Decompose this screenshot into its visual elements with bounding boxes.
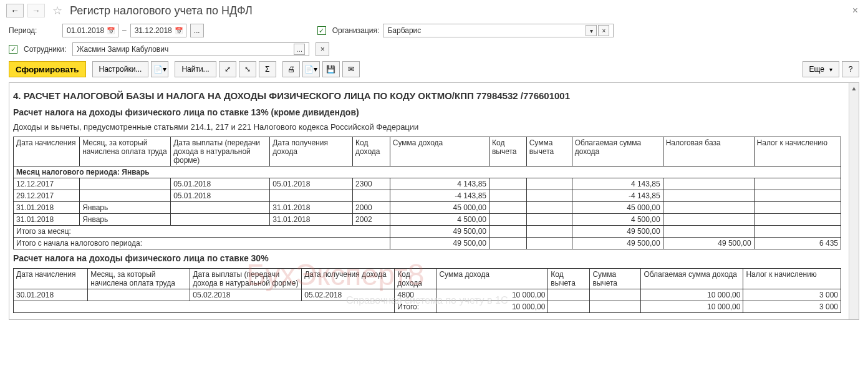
back-button[interactable]: ←: [6, 4, 24, 17]
cell: 4 143,85: [390, 178, 489, 190]
cell: 05.02.2018: [190, 289, 302, 301]
th-month: Месяц, за который начислена оплата труда: [80, 137, 171, 166]
date-to-input[interactable]: 31.12.2018 📅: [130, 24, 186, 37]
cell: 29.12.2017: [14, 190, 80, 202]
cell: [526, 190, 572, 202]
total-period-row: Итого с начала налогового периода: 49 50…: [14, 238, 841, 249]
table-row: 29.12.2017 05.01.2018 -4 143,85 -4 143,8…: [14, 190, 841, 202]
cell: [526, 202, 572, 214]
forward-button[interactable]: →: [27, 4, 45, 17]
cell: [526, 214, 572, 226]
cell: 10 000,00: [641, 289, 743, 301]
period-picker-button[interactable]: ...: [190, 24, 204, 37]
th-vcode: Код вычета: [548, 269, 590, 289]
settings-dropdown-button[interactable]: 📄▾: [151, 61, 168, 77]
cell: [489, 202, 526, 214]
employee-select-icon[interactable]: …: [294, 44, 305, 55]
cell: [663, 214, 754, 226]
table-row: 31.01.2018 Январь 31.01.2018 2002 4 500,…: [14, 214, 841, 226]
print-dropdown-button[interactable]: 📄▾: [302, 61, 320, 77]
cell: -4 143,85: [572, 190, 663, 202]
expand-button[interactable]: ⤢: [219, 61, 236, 77]
cell: [88, 289, 190, 301]
cell: 45 000,00: [572, 202, 663, 214]
org-dropdown-icon[interactable]: ▾: [586, 25, 597, 36]
th-month: Месяц, за который начислена оплата труда: [88, 269, 190, 289]
cell: 49 500,00: [572, 238, 663, 249]
cell: 2300: [353, 178, 390, 190]
date-to-value: 31.12.2018: [135, 26, 172, 35]
sum-button[interactable]: Σ: [259, 61, 276, 77]
th-code: Код дохода: [395, 269, 436, 289]
cell: [489, 226, 526, 238]
cell: [489, 178, 526, 190]
cell: [754, 178, 841, 190]
cell: 10 000,00: [641, 301, 743, 313]
th-vcode: Код вычета: [489, 137, 526, 166]
cell: [171, 202, 270, 214]
total-month-label: Итого за месяц:: [14, 226, 390, 238]
calendar-icon[interactable]: 📅: [107, 27, 115, 35]
cell: -4 143,85: [390, 190, 489, 202]
org-label: Организация:: [332, 26, 380, 35]
th-sum: Сумма дохода: [436, 269, 548, 289]
cell: [353, 190, 390, 202]
table-row: 30.01.2018 05.02.2018 05.02.2018 4800 10…: [14, 289, 841, 301]
cell: 05.01.2018: [270, 178, 353, 190]
table-30: Дата начисления Месяц, за который начисл…: [13, 268, 841, 313]
cell: 05.01.2018: [171, 190, 270, 202]
settings-button[interactable]: Настройки...: [92, 61, 149, 77]
org-input[interactable]: Барбарис ▾ ×: [383, 24, 614, 37]
calendar-icon[interactable]: 📅: [175, 27, 183, 35]
cell: 31.01.2018: [14, 214, 80, 226]
collapse-button[interactable]: ⤡: [239, 61, 256, 77]
cell: [663, 226, 754, 238]
cell: [80, 190, 171, 202]
date-from-input[interactable]: 01.01.2018 📅: [62, 24, 118, 37]
cell: [489, 214, 526, 226]
employee-clear-button[interactable]: ×: [316, 42, 329, 56]
th-due: Налог к начислению: [743, 269, 841, 289]
generate-button[interactable]: Сформировать: [9, 61, 86, 77]
cell: [754, 226, 841, 238]
th-base: Налоговая база: [663, 137, 754, 166]
cell: [526, 178, 572, 190]
find-button[interactable]: Найти...: [175, 61, 216, 77]
cell: Январь: [80, 202, 171, 214]
close-icon[interactable]: ×: [849, 5, 862, 16]
th-vsum: Сумма вычета: [526, 137, 572, 166]
org-checkbox[interactable]: ✓: [317, 26, 326, 35]
email-button[interactable]: ✉: [342, 61, 360, 77]
help-button[interactable]: ?: [842, 61, 859, 77]
cell: 2000: [353, 202, 390, 214]
cell: 10 000,00: [436, 289, 548, 301]
section-title: 4. РАСЧЕТ НАЛОГОВОЙ БАЗЫ И НАЛОГА НА ДОХ…: [13, 90, 841, 101]
cell: 10 000,00: [436, 301, 548, 313]
employee-input[interactable]: Жасмин Замир Кабулович …: [72, 42, 309, 56]
total30-row: Итого: 10 000,00 10 000,00 3 000: [14, 301, 841, 313]
cell: 4800: [395, 289, 436, 301]
print-button[interactable]: 🖨: [282, 61, 300, 77]
save-button[interactable]: 💾: [322, 61, 340, 77]
cell: [754, 202, 841, 214]
th-accrual: Дата начисления: [14, 137, 80, 166]
more-button[interactable]: Еще: [803, 61, 839, 77]
cell: 05.01.2018: [171, 178, 270, 190]
cell: 4 500,00: [572, 214, 663, 226]
scroll-up-icon[interactable]: ▲: [849, 83, 859, 93]
cell: 31.01.2018: [270, 214, 353, 226]
employee-value: Жасмин Замир Кабулович: [77, 45, 294, 54]
cell: [663, 190, 754, 202]
org-clear-icon[interactable]: ×: [598, 25, 609, 36]
favorite-star-icon[interactable]: ☆: [52, 4, 62, 17]
cell: [270, 190, 353, 202]
th-vsum: Сумма вычета: [590, 269, 641, 289]
cell: 49 500,00: [390, 226, 489, 238]
vertical-scrollbar[interactable]: ▲: [849, 83, 859, 319]
cell: [489, 238, 526, 249]
cell: 49 500,00: [390, 238, 489, 249]
employees-checkbox[interactable]: ✓: [9, 45, 17, 54]
org-value: Барбарис: [387, 26, 586, 35]
cell: Январь: [80, 214, 171, 226]
th-pay: Дата выплаты (передачи дохода в натураль…: [171, 137, 270, 166]
